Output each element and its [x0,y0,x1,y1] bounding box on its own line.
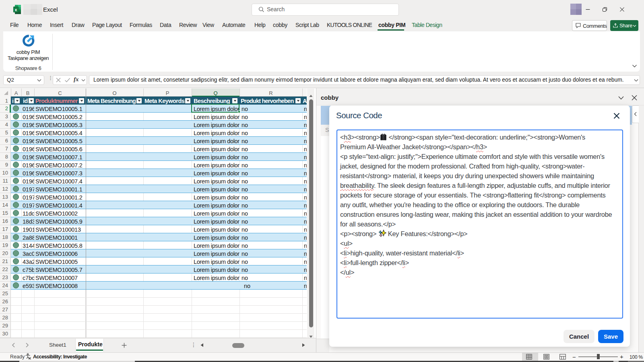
svg-text:x: x [15,7,17,12]
